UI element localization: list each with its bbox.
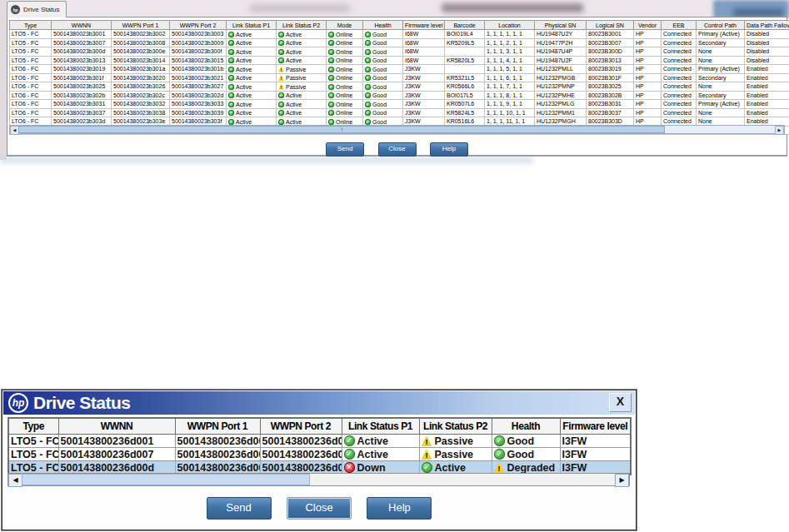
table-cell: J3KW: [403, 100, 445, 109]
table-cell: 1, 1, 1, 4, 1, 1: [485, 56, 535, 65]
column-header-eeb[interactable]: EEB: [662, 21, 697, 30]
table-cell: 80023B300D: [587, 47, 634, 57]
column-header-firmware-level[interactable]: Firmware level: [560, 418, 631, 435]
status-text: Active: [236, 49, 252, 55]
scroll-right-icon[interactable]: ▶: [775, 126, 784, 135]
table-cell: LTO6 - FC: [10, 82, 52, 92]
close-window-icon[interactable]: X: [609, 393, 632, 412]
column-header-data-path-failover[interactable]: Data Path Failover: [745, 21, 789, 30]
table-cell: 50014380023b3015: [170, 56, 227, 65]
table-cell: 500143800236d008: [175, 448, 260, 461]
column-header-link-status-p2[interactable]: Link Status P2: [419, 418, 492, 435]
close-button[interactable]: Close: [287, 497, 352, 520]
ok-status-icon: ✓: [328, 67, 334, 72]
help-button[interactable]: Help: [367, 497, 432, 520]
send-button[interactable]: Send: [207, 497, 272, 520]
table-row[interactable]: LTO6 - FC50014380023b302550014380023b302…: [10, 82, 789, 92]
horizontal-scrollbar[interactable]: ◀ ▶: [9, 125, 785, 134]
ok-status-icon: ✓: [365, 110, 371, 116]
column-header-wwpn-port-2[interactable]: WWPN Port 2: [260, 418, 342, 435]
column-header-vendor[interactable]: Vendor: [634, 21, 662, 30]
column-header-mode[interactable]: Mode: [327, 21, 363, 30]
table-row[interactable]: LTO5 - FC500143800236d007500143800236d00…: [8, 448, 631, 461]
table-cell: J3KW: [403, 91, 445, 100]
column-header-health[interactable]: Health: [363, 21, 403, 30]
status-text: Good: [372, 110, 387, 116]
table-cell: I68W: [403, 30, 445, 39]
scroll-right-icon[interactable]: ▶: [615, 474, 629, 487]
status-text: Passive: [286, 84, 307, 90]
table-cell: 80023B3025: [587, 82, 634, 92]
table-row[interactable]: LTO5 - FC50014380023b300150014380023b300…: [10, 30, 789, 39]
table-cell: ✓Active: [227, 30, 277, 39]
column-header-type[interactable]: Type: [8, 418, 58, 435]
column-header-location[interactable]: Location: [485, 21, 535, 30]
button-row: Send Close Help: [2, 497, 636, 520]
status-text: Good: [372, 49, 387, 55]
table-cell: ✓Good: [363, 56, 403, 65]
close-button[interactable]: Close: [378, 142, 417, 157]
table-row[interactable]: LTO5 - FC500143800236d001500143800236d00…: [8, 435, 631, 448]
status-text: Good: [372, 92, 387, 98]
ok-status-icon: ✓: [365, 75, 371, 81]
status-text: Online: [336, 119, 352, 125]
help-button[interactable]: Help: [430, 142, 468, 157]
column-header-control-path[interactable]: Control Path: [697, 21, 745, 30]
table-cell: Secondary: [697, 38, 745, 47]
column-header-wwpn-port-1[interactable]: WWPN Port 1: [112, 21, 170, 30]
ok-status-icon: ✓: [328, 110, 334, 116]
status-text: Active: [286, 102, 302, 107]
table-cell: 500143800236d002: [175, 435, 260, 448]
table-cell: KR5209L5: [445, 38, 485, 47]
scroll-left-icon[interactable]: ◀: [8, 474, 22, 487]
scrollbar-thumb[interactable]: [22, 474, 310, 485]
table-cell: HU1232PMM1: [535, 108, 587, 117]
table-row[interactable]: LTO6 - FC50014380023b303150014380023b303…: [10, 100, 789, 109]
table-cell: 50014380023b3003: [170, 30, 227, 39]
table-row[interactable]: LTO6 - FC50014380023b301f50014380023b302…: [10, 73, 789, 82]
table-cell: 50014380023b3001: [52, 30, 112, 39]
table-cell: J3KW: [403, 65, 445, 74]
scrollbar-thumb[interactable]: [18, 126, 665, 133]
column-header-physical-sn[interactable]: Physical SN: [535, 21, 587, 30]
table-row[interactable]: LTO6 - FC50014380023b301950014380023b301…: [10, 65, 789, 74]
column-header-wwnn[interactable]: WWNN: [52, 21, 112, 30]
send-button[interactable]: Send: [326, 142, 364, 157]
table-row[interactable]: LTO6 - FC50014380023b302b50014380023b302…: [10, 91, 789, 100]
table-row[interactable]: LTO6 - FC50014380023b303750014380023b303…: [10, 108, 789, 117]
column-header-barcode[interactable]: Barcode: [445, 21, 485, 30]
ok-status-icon: ✓: [365, 119, 371, 125]
drive-status-small-titlebar[interactable]: hp Drive Status: [7, 1, 67, 17]
ok-status-icon: ✓: [365, 102, 371, 107]
table-row[interactable]: LTO5 - FC50014380023b301350014380023b301…: [10, 56, 789, 65]
column-header-wwpn-port-1[interactable]: WWPN Port 1: [175, 418, 260, 435]
column-header-logical-sn[interactable]: Logical SN: [587, 21, 634, 30]
table-cell: LTO5 - FC: [8, 448, 58, 461]
table-cell: ✓Good: [363, 108, 403, 117]
table-cell: ✓Active: [342, 435, 419, 448]
horizontal-scrollbar[interactable]: ◀ ▶: [7, 473, 630, 486]
table-row[interactable]: LTO5 - FC50014380023b300750014380023b300…: [10, 38, 789, 47]
column-header-wwpn-port-2[interactable]: WWPN Port 2: [170, 21, 227, 30]
column-header-health[interactable]: Health: [492, 418, 560, 435]
ok-status-icon: ✓: [328, 75, 334, 81]
column-header-link-status-p1[interactable]: Link Status P1: [342, 418, 419, 435]
status-text: Active: [286, 49, 302, 55]
column-header-wwnn[interactable]: WWNN: [58, 418, 175, 435]
column-header-firmware-level[interactable]: Firmware level: [403, 21, 445, 30]
column-header-type[interactable]: Type: [10, 21, 52, 30]
table-cell: Connected: [662, 73, 697, 82]
table-cell: 50014380023b3031: [52, 100, 112, 109]
table-cell: LTO6 - FC: [10, 100, 52, 109]
status-text: Online: [336, 57, 352, 63]
column-header-link-status-p1[interactable]: Link Status P1: [227, 21, 277, 30]
status-text: Good: [372, 32, 387, 37]
table-cell: Connected: [662, 82, 697, 92]
table-cell: Disabled: [745, 56, 789, 65]
background-blur-image: [733, 8, 783, 17]
drive-status-large-titlebar[interactable]: hp Drive Status: [3, 391, 635, 415]
ok-status-icon: ✓: [278, 57, 284, 63]
table-row[interactable]: LTO5 - FC50014380023b300d50014380023b300…: [10, 47, 789, 57]
column-header-link-status-p2[interactable]: Link Status P2: [277, 21, 327, 30]
table-cell: ✓Online: [327, 82, 363, 92]
